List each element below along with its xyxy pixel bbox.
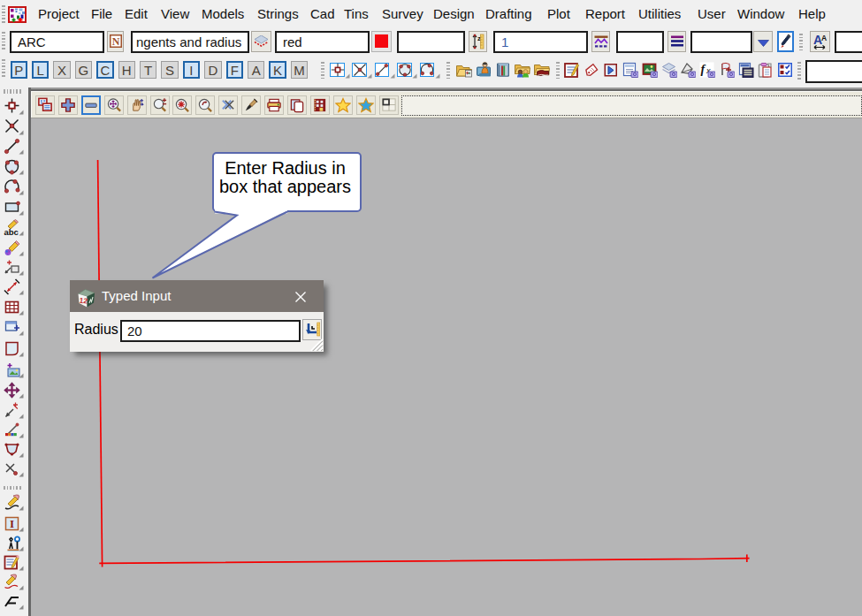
svg-text:12: 12 — [79, 296, 88, 306]
svg-text:box that appears: box that appears — [219, 177, 351, 196]
svg-text:Enter Radius in: Enter Radius in — [225, 158, 346, 178]
